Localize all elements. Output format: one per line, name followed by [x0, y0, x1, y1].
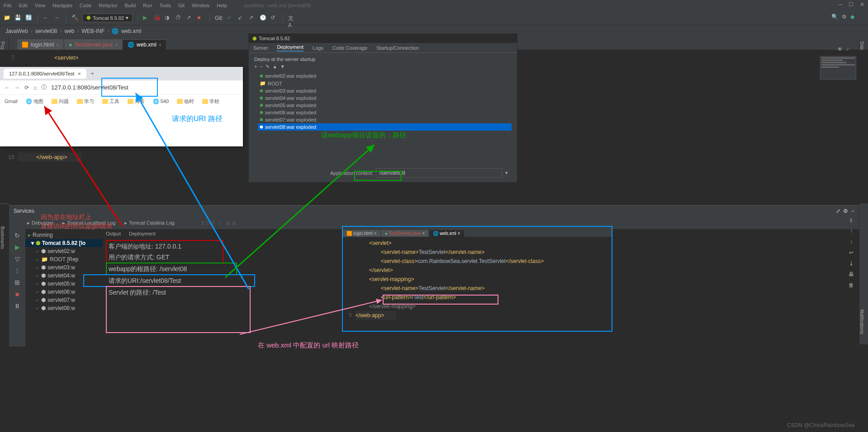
git-history-icon[interactable]: 🕐	[260, 14, 267, 22]
bookmark-maps[interactable]: 🌐地图	[26, 98, 43, 105]
address-bar[interactable]: 127.0.0.1:8080/servlet08/Test	[51, 84, 238, 91]
browser-forward-icon[interactable]: →	[14, 85, 20, 91]
menu-git[interactable]: Git	[178, 3, 185, 8]
menu-run[interactable]: Run	[143, 3, 152, 8]
close-button[interactable]: ✕	[860, 1, 864, 8]
menu-view[interactable]: View	[35, 3, 46, 8]
bookmark-tools[interactable]: 工具	[102, 98, 119, 105]
sync-icon[interactable]: 🔄	[25, 14, 33, 22]
maximize-button[interactable]: ☐	[849, 1, 854, 8]
gear-icon[interactable]: ⚙	[842, 14, 847, 20]
catalina-log-tab[interactable]: ▸ Tomcat Catalina Log	[124, 220, 174, 226]
git-push-icon[interactable]: ↗	[249, 14, 256, 22]
remove-artifact-button[interactable]: −	[260, 64, 263, 69]
browser-reload-icon[interactable]: ⟳	[24, 85, 29, 91]
hammer-icon[interactable]: 🔨	[71, 14, 79, 22]
profile-icon[interactable]: ⏱	[175, 14, 183, 22]
filter-icon[interactable]: ⫿	[850, 217, 853, 223]
menu-help[interactable]: Help	[217, 3, 227, 8]
bookmark-study[interactable]: 学习	[77, 98, 94, 105]
inner-code[interactable]: <servlet> <servlet-name>TestServlet</ser…	[352, 237, 612, 332]
bookmark-temp[interactable]: 临时	[177, 98, 194, 105]
browser-home-icon[interactable]: ⌂	[33, 85, 37, 91]
add-artifact-button[interactable]: +	[254, 64, 257, 69]
cfg-tab-deployment[interactable]: Deployment	[277, 44, 304, 52]
cfg-tab-logs[interactable]: Logs	[313, 45, 323, 51]
info-icon[interactable]: ⓘ	[41, 84, 47, 91]
debug-icon[interactable]: 🐞	[154, 14, 161, 22]
git-commit-icon[interactable]: ↙	[238, 14, 245, 22]
artifact-list[interactable]: ⬢servlet02:war exploded 📁ROOT ⬢servlet03…	[254, 72, 512, 131]
bookmark-gmail[interactable]: Gmail	[5, 99, 18, 104]
gear-icon[interactable]: ⚙	[843, 208, 848, 214]
bookmark-school[interactable]: 学校	[202, 98, 219, 105]
ie-tab-servlet[interactable]: ●TestServlet.java ×	[381, 230, 428, 237]
tab-webxml[interactable]: 🌐web.xml×	[123, 39, 166, 50]
cfg-tab-startup[interactable]: Startup/Connection	[376, 45, 419, 51]
coverage-icon[interactable]: ◑	[165, 14, 172, 22]
open-icon[interactable]: 📁	[4, 14, 11, 22]
git-rollback-icon[interactable]: ↺	[270, 14, 278, 22]
col-down-icon[interactable]: ↓	[850, 239, 853, 245]
svc-more-icon[interactable]: ⋮	[14, 267, 20, 274]
bookmark-blog[interactable]: 博客	[128, 98, 145, 105]
config-title-bar: ⬢Tomcat 8.5.82	[249, 34, 517, 43]
svc-filter-icon[interactable]: ▽	[15, 255, 20, 263]
svc-run-icon[interactable]: ↻	[14, 232, 20, 239]
svc-debug-icon[interactable]: ▶	[15, 244, 20, 251]
services-tree[interactable]: ▸Running ▾ ⬢Tomcat 8.5.82 [lo ✓⬢servlet0…	[25, 229, 102, 347]
git-update-icon[interactable]: ✓	[227, 14, 234, 22]
menu-build[interactable]: Build	[125, 3, 136, 8]
svc-pause-icon[interactable]: ⏸	[14, 302, 20, 310]
browser-back-icon[interactable]: ←	[5, 85, 10, 91]
translate-icon[interactable]: 文A	[288, 14, 295, 22]
ie-tab-webxml[interactable]: 🌐 web.xml ×	[429, 230, 464, 237]
menu-code[interactable]: Code	[80, 3, 91, 8]
output-tab[interactable]: Output	[106, 231, 121, 236]
bookmark-540[interactable]: 🌐540	[153, 99, 169, 104]
run-config-dropdown[interactable]: ⬢ Tomcat 8.5.82 ▾	[82, 14, 133, 22]
trash-icon[interactable]: 🗑	[849, 282, 854, 288]
forward-icon[interactable]: →	[54, 14, 61, 22]
scroll-icon[interactable]: ⤓	[849, 260, 854, 267]
git-label: Git:	[215, 15, 223, 21]
down-button[interactable]: ▼	[280, 64, 285, 69]
inspection-widget[interactable]: 👁 ✓	[837, 46, 850, 52]
tab-login[interactable]: 🟧login.html×	[17, 39, 63, 50]
browser-tab[interactable]: 127.0.0.1:8080/servlet08/Test×	[4, 69, 86, 79]
bookmarks-tool[interactable]: Bookmarks	[0, 226, 9, 249]
hide-icon[interactable]: −	[851, 208, 854, 214]
menu-tools[interactable]: Tools	[159, 3, 171, 8]
inspection-eye-icon: 👁	[837, 46, 843, 52]
collapse-icon[interactable]: ⤢	[836, 208, 840, 214]
menu-refactor[interactable]: Refactor	[99, 3, 118, 8]
notifications-tool[interactable]: Notifications	[859, 310, 868, 334]
menu-window[interactable]: Window	[192, 3, 209, 8]
minimize-button[interactable]: ─	[838, 1, 842, 8]
minimap[interactable]	[820, 56, 856, 80]
deployment-tab[interactable]: Deployment	[129, 231, 156, 236]
wrap-icon[interactable]: ↩	[849, 249, 854, 256]
print-icon[interactable]: 🖶	[849, 271, 854, 277]
stop-icon[interactable]: ■	[197, 14, 204, 22]
attach-icon[interactable]: ↗	[186, 14, 194, 22]
col-up-icon[interactable]: ↑	[850, 228, 853, 234]
back-icon[interactable]: ←	[43, 14, 50, 22]
svc-stop-icon[interactable]: ■	[15, 291, 19, 298]
new-tab-button[interactable]: +	[91, 70, 94, 77]
menu-edit[interactable]: Edit	[19, 3, 28, 8]
save-icon[interactable]: 💾	[14, 14, 22, 22]
application-context-input[interactable]	[376, 168, 503, 178]
cfg-tab-server[interactable]: Server	[253, 45, 268, 51]
tab-testservlet[interactable]: ●TestServlet.java×	[64, 39, 122, 50]
search-icon[interactable]: 🔍	[831, 14, 838, 20]
svc-group-icon[interactable]: ⊞	[14, 279, 20, 286]
up-button[interactable]: ▲	[272, 64, 277, 69]
edit-artifact-button[interactable]: ✎	[266, 64, 270, 69]
menu-file[interactable]: File	[4, 3, 12, 8]
ie-tab-login[interactable]: 🟧 login.html ×	[343, 230, 380, 237]
bookmark-question[interactable]: 问题	[52, 98, 69, 105]
run-icon[interactable]: ▶	[143, 14, 150, 22]
cfg-tab-coverage[interactable]: Code Coverage	[332, 45, 367, 51]
menu-navigate[interactable]: Navigate	[52, 3, 72, 8]
